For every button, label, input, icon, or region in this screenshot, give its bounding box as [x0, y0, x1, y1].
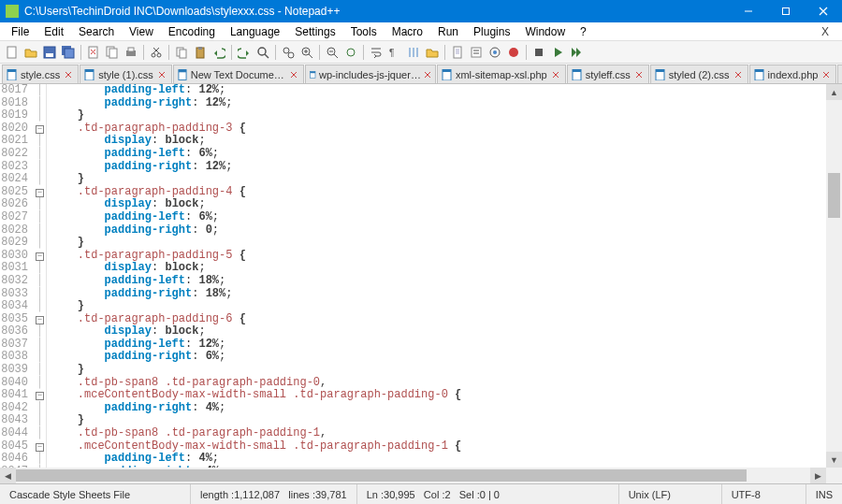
tab-indexd-php[interactable]: indexd.php [749, 65, 837, 83]
fold-gutter[interactable]: │ [34, 427, 47, 440]
code-text[interactable]: .td-paragraph-padding-4 { [51, 186, 826, 199]
fold-gutter[interactable]: │ [34, 161, 47, 174]
fold-gutter[interactable]: − [34, 250, 47, 263]
code-line[interactable]: 8021│ display: block; [0, 135, 826, 148]
horizontal-scrollbar[interactable]: ◀ ▶ [0, 468, 842, 483]
fold-gutter[interactable]: │ [34, 338, 47, 352]
fold-minus-icon[interactable]: − [36, 443, 44, 452]
code-text[interactable]: .td-paragraph-padding-6 { [51, 313, 826, 326]
tab-new-text-document-txt[interactable]: New Text Document.txt [173, 65, 304, 83]
fold-gutter[interactable]: │ [34, 198, 47, 211]
undo-button[interactable] [210, 44, 227, 61]
tab-wp-includes-js-jquery-jquery-1-12-4-js[interactable]: wp-includes-js-jquery-jquery-1.12.4.js [305, 65, 436, 83]
scroll-right-arrow-icon[interactable]: ▶ [810, 468, 826, 483]
menu-language[interactable]: Language [223, 23, 287, 40]
fold-gutter[interactable]: │ [34, 148, 47, 161]
fold-gutter[interactable]: │ [34, 262, 47, 275]
copy-button[interactable] [173, 44, 190, 61]
tab-close-icon[interactable] [156, 69, 167, 80]
code-line[interactable]: 8025− .td-paragraph-padding-4 { [0, 186, 826, 199]
code-line[interactable]: 8037│ padding-left: 12%; [0, 338, 826, 352]
code-line[interactable]: 8034│ } [0, 300, 826, 313]
vertical-scroll-thumb[interactable] [828, 173, 840, 218]
menu-help[interactable]: ? [573, 23, 594, 40]
fold-gutter[interactable]: │ [34, 224, 47, 238]
fold-gutter[interactable]: │ [34, 325, 47, 338]
code-text[interactable]: } [51, 109, 826, 122]
monitor-button[interactable] [486, 44, 503, 61]
close-button[interactable] [805, 0, 842, 22]
minimize-button[interactable] [730, 0, 767, 22]
code-text[interactable]: .td-pb-span8 .td-paragraph-padding-1, [51, 427, 826, 440]
fold-gutter[interactable]: − [34, 313, 47, 326]
fold-gutter[interactable]: │ [34, 84, 47, 97]
fold-gutter[interactable]: │ [34, 453, 47, 466]
code-line[interactable]: 8046│ padding-left: 4%; [0, 453, 826, 466]
indent-guide-button[interactable] [405, 44, 422, 61]
new-file-button[interactable] [4, 44, 21, 61]
fold-gutter[interactable]: − [34, 122, 47, 136]
code-text[interactable]: padding-left: 6%; [51, 148, 826, 161]
tab-close-icon[interactable] [633, 69, 645, 80]
fold-gutter[interactable]: │ [34, 237, 47, 250]
code-line[interactable]: 8042│ padding-right: 4%; [0, 402, 826, 415]
code-text[interactable]: } [51, 414, 826, 427]
sync-button[interactable] [342, 44, 359, 61]
horizontal-scroll-thumb[interactable] [16, 469, 747, 482]
code-text[interactable]: } [51, 173, 826, 186]
code-text[interactable]: display: block; [51, 135, 826, 148]
code-text[interactable]: padding-left: 18%; [51, 275, 826, 288]
code-line[interactable]: 8018│ padding-right: 12%; [0, 97, 826, 110]
code-text[interactable]: } [51, 237, 826, 250]
scroll-left-arrow-icon[interactable]: ◀ [0, 468, 16, 483]
fold-gutter[interactable]: │ [34, 402, 47, 415]
code-text[interactable]: display: block; [51, 262, 826, 275]
code-text[interactable]: .td-paragraph-padding-3 { [51, 122, 826, 136]
word-wrap-button[interactable] [368, 44, 385, 61]
code-line[interactable]: 8036│ display: block; [0, 325, 826, 338]
menu-macro[interactable]: Macro [385, 23, 430, 40]
code-line[interactable]: 8033│ padding-right: 18%; [0, 288, 826, 301]
tab-xml-sitemap-xsl-php[interactable]: xml-sitemap-xsl.php [437, 65, 566, 83]
code-text[interactable]: padding-right: 12%; [51, 161, 826, 174]
tab-close-icon[interactable] [550, 69, 561, 80]
tab-styleff-css[interactable]: styleff.css [567, 65, 649, 83]
fold-gutter[interactable]: │ [34, 377, 47, 390]
code-line[interactable]: 8031│ display: block; [0, 262, 826, 275]
close-button[interactable] [85, 44, 102, 61]
code-line[interactable]: 8040│ .td-pb-span8 .td-paragraph-padding… [0, 377, 826, 390]
fold-minus-icon[interactable]: − [36, 125, 44, 134]
doc-map-button[interactable] [449, 44, 466, 61]
stop-button[interactable] [530, 44, 547, 61]
menu-file[interactable]: File [4, 23, 36, 40]
code-text[interactable]: padding-left: 4%; [51, 453, 826, 466]
zoom-in-button[interactable] [298, 44, 315, 61]
code-text[interactable]: display: block; [51, 325, 826, 338]
code-line[interactable]: 8017│ padding-left: 12%; [0, 84, 826, 97]
code-line[interactable]: 8023│ padding-right: 12%; [0, 161, 826, 174]
tab-indexcc-php[interactable]: indexcc.php [837, 65, 842, 83]
fold-gutter[interactable]: │ [34, 135, 47, 148]
code-text[interactable]: padding-right: 12%; [51, 97, 826, 110]
fold-gutter[interactable]: │ [34, 97, 47, 110]
fold-gutter[interactable]: │ [34, 364, 47, 377]
code-editor[interactable]: 8017│ padding-left: 12%;8018│ padding-ri… [0, 84, 826, 468]
menu-run[interactable]: Run [430, 23, 466, 40]
code-text[interactable]: padding-right: 4%; [51, 402, 826, 415]
zoom-out-button[interactable] [324, 44, 341, 61]
cut-button[interactable] [148, 44, 165, 61]
fold-gutter[interactable]: │ [34, 300, 47, 313]
code-text[interactable]: padding-right: 18%; [51, 288, 826, 301]
tab-close-icon[interactable] [424, 69, 431, 80]
tab-close-icon[interactable] [63, 69, 74, 80]
scroll-down-arrow-icon[interactable]: ▼ [826, 452, 842, 468]
code-line[interactable]: 8030− .td-paragraph-padding-5 { [0, 250, 826, 263]
code-line[interactable]: 8045− .mceContentBody-max-width-small .t… [0, 440, 826, 454]
code-text[interactable]: .mceContentBody-max-width-small .td-para… [51, 389, 826, 402]
fold-minus-icon[interactable]: − [36, 252, 44, 261]
code-text[interactable]: padding-left: 6%; [51, 211, 826, 224]
show-all-button[interactable]: ¶ [386, 44, 403, 61]
code-text[interactable]: } [51, 300, 826, 313]
redo-button[interactable] [236, 44, 253, 61]
menu-edit[interactable]: Edit [36, 23, 71, 40]
